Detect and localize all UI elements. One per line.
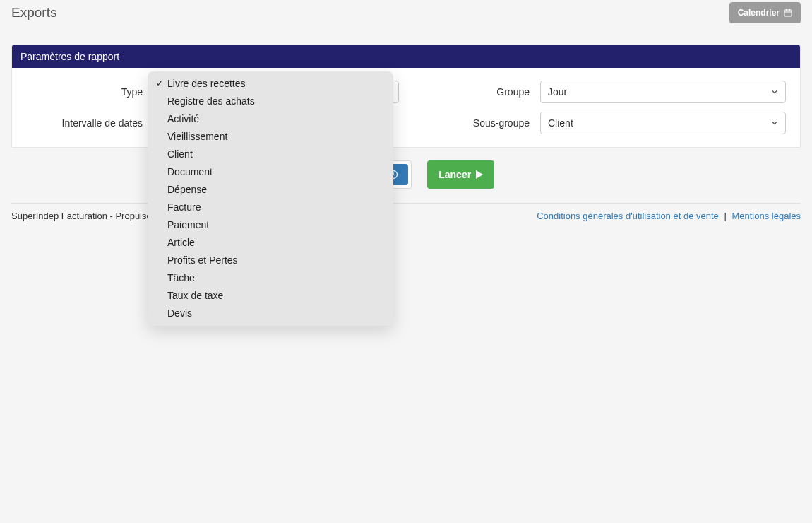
dropdown-option-livre-des-recettes[interactable]: ✓ Livre des recettes <box>148 75 393 93</box>
label-group: Groupe <box>406 86 540 98</box>
option-label: Taux de taxe <box>167 288 386 303</box>
footer-left: SuperIndep Facturation - Propulsé pa <box>11 211 165 221</box>
option-label: Client <box>167 147 386 162</box>
option-label: Paiement <box>167 218 386 233</box>
subgroup-select[interactable]: Client <box>540 112 786 134</box>
label-type: Type <box>26 86 153 98</box>
dropdown-option-activite[interactable]: Activité <box>148 110 393 128</box>
dropdown-option-paiement[interactable]: Paiement <box>148 216 393 234</box>
option-label: Devis <box>167 306 386 321</box>
dropdown-option-vieillissement[interactable]: Vieillissement <box>148 128 393 146</box>
checkmark-icon: ✓ <box>152 76 167 91</box>
calendar-button[interactable]: Calendrier <box>729 2 801 23</box>
option-label: Document <box>167 165 386 180</box>
option-label: Article <box>167 235 386 250</box>
dropdown-option-tache[interactable]: Tâche <box>148 269 393 287</box>
option-label: Profits et Pertes <box>167 253 386 268</box>
footer-right: Conditions générales d'utilisation et de… <box>537 211 801 221</box>
footer-divider <box>11 203 801 204</box>
footer-separator: | <box>724 211 726 221</box>
type-dropdown[interactable]: ✓ Livre des recettes Registre des achats… <box>148 71 393 326</box>
option-label: Dépense <box>167 182 386 197</box>
terms-link[interactable]: Conditions générales d'utilisation et de… <box>537 211 719 221</box>
label-subgroup: Sous-groupe <box>406 117 540 129</box>
dropdown-option-article[interactable]: Article <box>148 234 393 252</box>
option-label: Registre des achats <box>167 94 386 109</box>
legal-link[interactable]: Mentions légales <box>732 211 801 221</box>
report-params-panel: Paramètres de rapport Type Livre des rec… <box>11 45 801 148</box>
option-label: Facture <box>167 200 386 215</box>
option-label: Tâche <box>167 271 386 286</box>
dropdown-option-devis[interactable]: Devis <box>148 305 393 322</box>
play-icon <box>476 170 483 179</box>
panel-title: Paramètres de rapport <box>12 45 800 68</box>
option-label: Activité <box>167 112 386 127</box>
dropdown-option-document[interactable]: Document <box>148 163 393 181</box>
dropdown-option-depense[interactable]: Dépense <box>148 181 393 199</box>
label-date-range: Intervalle de dates <box>26 117 153 129</box>
lancer-button[interactable]: Lancer <box>427 160 494 189</box>
option-label: Livre des recettes <box>167 76 386 91</box>
dropdown-option-profits-pertes[interactable]: Profits et Pertes <box>148 252 393 269</box>
svg-rect-0 <box>784 10 792 16</box>
calendar-button-label: Calendrier <box>738 8 780 18</box>
group-select[interactable]: Jour <box>540 81 786 103</box>
page-title: Exports <box>11 5 56 20</box>
dropdown-option-client[interactable]: Client <box>148 146 393 163</box>
lancer-label: Lancer <box>438 169 471 180</box>
dropdown-option-taux-de-taxe[interactable]: Taux de taxe <box>148 287 393 305</box>
dropdown-option-registre-des-achats[interactable]: Registre des achats <box>148 93 393 110</box>
calendar-icon <box>784 8 792 17</box>
dropdown-option-facture[interactable]: Facture <box>148 199 393 216</box>
option-label: Vieillissement <box>167 129 386 144</box>
